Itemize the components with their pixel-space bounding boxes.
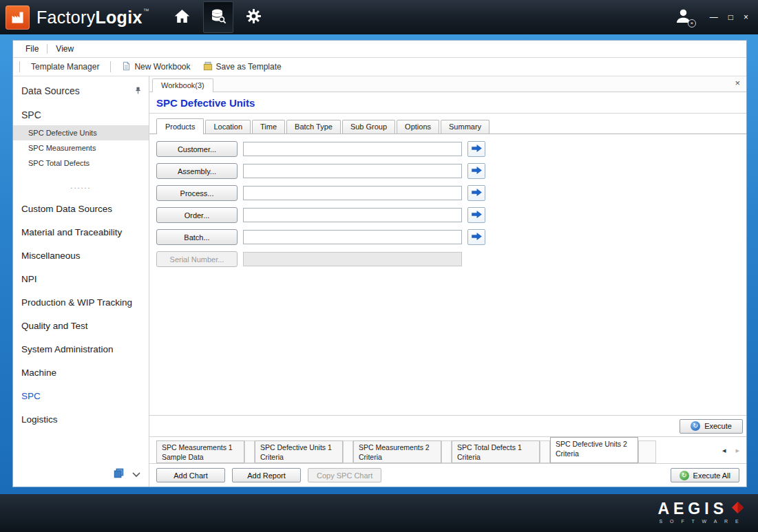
tab-sub-group[interactable]: Sub Group xyxy=(342,120,395,134)
close-button[interactable]: × xyxy=(744,13,748,21)
toolbar: Template Manager New Workbook xyxy=(13,58,746,76)
app-frame: File View Template Manager xyxy=(0,34,758,494)
bottom-tab-spc-defective-units-1[interactable]: SPC Defective Units 1 Criteria xyxy=(255,440,343,463)
sidebar-category-npi[interactable]: NPI xyxy=(13,267,149,290)
sidebar-category-miscellaneous[interactable]: Miscellaneous xyxy=(13,244,149,267)
application-window: FactoryLogix™ xyxy=(0,0,758,532)
workbook-panel: Workbook(3) × SPC Defective Units Produc… xyxy=(149,76,746,487)
tab-separator xyxy=(343,440,353,463)
template-manager-button[interactable]: Template Manager xyxy=(28,61,103,73)
stacked-windows-icon xyxy=(114,468,124,480)
bottom-tab-spc-measurements-2[interactable]: SPC Measurements 2 Criteria xyxy=(353,440,441,463)
execute-button[interactable]: ↻ Execute xyxy=(680,419,743,434)
action-row: Add Chart Add Report Copy SPC Chart ↻ Ex… xyxy=(149,463,746,487)
customer-input[interactable] xyxy=(243,142,462,156)
process-input[interactable] xyxy=(243,186,462,200)
collapse-categories-button[interactable] xyxy=(132,469,140,480)
menu-file[interactable]: File xyxy=(20,43,44,55)
batch-input[interactable] xyxy=(243,230,462,244)
sidebar-category-material-and-traceability[interactable]: Material and Traceability xyxy=(13,220,149,244)
new-workbook-button[interactable]: New Workbook xyxy=(118,60,193,74)
assembly-apply-button[interactable] xyxy=(467,163,485,179)
tab-batch-type[interactable]: Batch Type xyxy=(286,120,341,134)
sidebar-item-spc-defective-units[interactable]: SPC Defective Units xyxy=(13,125,149,140)
bottom-tab-spc-total-defects-1[interactable]: SPC Total Defects 1 Criteria xyxy=(452,440,540,463)
order-input[interactable] xyxy=(243,208,462,222)
tab-options[interactable]: Options xyxy=(397,120,439,134)
copy-spc-chart-button[interactable]: Copy SPC Chart xyxy=(308,468,381,482)
tab-scrollers: ◂ ▸ xyxy=(722,446,746,455)
bottom-tab-line1: SPC Measurements 1 xyxy=(162,443,239,453)
bottom-tab-spc-measurements-1[interactable]: SPC Measurements 1 Sample Data xyxy=(156,440,244,463)
sidebar-section-spc: SPC xyxy=(13,102,149,125)
sidebar-item-spc-total-defects[interactable]: SPC Total Defects xyxy=(13,156,149,171)
arrow-right-icon xyxy=(472,188,482,198)
serial-number-row: Serial Number... xyxy=(156,251,746,267)
sidebar-category-machine[interactable]: Machine xyxy=(13,361,149,384)
window-body: Data Sources SPC SPC Defective Units SPC… xyxy=(13,76,746,487)
maximize-button[interactable]: □ xyxy=(728,13,733,21)
content-spacer xyxy=(149,273,746,415)
order-apply-button[interactable] xyxy=(467,207,485,223)
execute-all-label: Execute All xyxy=(693,471,730,480)
sidebar-category-logistics[interactable]: Logistics xyxy=(13,407,149,431)
template-manager-label: Template Manager xyxy=(31,62,99,72)
save-as-template-label: Save as Template xyxy=(216,62,282,72)
customer-button[interactable]: Customer... xyxy=(156,141,238,157)
bottom-tab-line1: SPC Defective Units 2 xyxy=(556,440,633,449)
minimize-button[interactable]: — xyxy=(710,13,718,21)
batch-button[interactable]: Batch... xyxy=(156,229,238,245)
save-as-template-button[interactable]: Save as Template xyxy=(200,60,285,74)
execute-all-icon: ↻ xyxy=(680,471,689,480)
add-chart-button[interactable]: Add Chart xyxy=(156,468,225,482)
pin-panel-button[interactable] xyxy=(134,86,142,96)
assembly-input[interactable] xyxy=(243,164,462,178)
settings-button[interactable] xyxy=(239,1,269,33)
process-button[interactable]: Process... xyxy=(156,185,238,201)
sidebar-category-custom-data-sources[interactable]: Custom Data Sources xyxy=(13,197,149,220)
sidebar-item-spc-measurements[interactable]: SPC Measurements xyxy=(13,140,149,156)
bottom-tab-line2: Criteria xyxy=(556,449,633,459)
sidebar-category-quality-and-test[interactable]: Quality and Test xyxy=(13,314,149,337)
tab-products[interactable]: Products xyxy=(156,118,204,134)
assembly-row: Assembly... xyxy=(156,163,746,179)
batch-apply-button[interactable] xyxy=(467,229,485,245)
tab-scroll-left-icon[interactable]: ◂ xyxy=(722,446,726,455)
add-report-button[interactable]: Add Report xyxy=(232,468,301,482)
sidebar-splitter[interactable]: ...... xyxy=(13,171,149,197)
bottom-tab-strip: SPC Measurements 1 Sample Data SPC Defec… xyxy=(149,436,746,463)
sidebar-category-production-wip-tracking[interactable]: Production & WIP Tracking xyxy=(13,290,149,314)
panel-layout-button[interactable] xyxy=(114,468,124,480)
assembly-button[interactable]: Assembly... xyxy=(156,163,238,179)
order-row: Order... xyxy=(156,207,746,223)
order-button[interactable]: Order... xyxy=(156,207,238,223)
aegis-brand-text: AEGIS xyxy=(657,500,728,518)
toolbar-grip xyxy=(19,61,20,72)
execute-all-button[interactable]: ↻ Execute All xyxy=(671,468,739,482)
execute-label: Execute xyxy=(704,422,732,430)
sidebar-category-system-administration[interactable]: System Administration xyxy=(13,337,149,361)
customer-apply-button[interactable] xyxy=(467,141,485,157)
aegis-subtitle: S O F T W A R E xyxy=(657,519,744,524)
new-workbook-icon xyxy=(122,61,131,73)
titlebar-right: × — □ × xyxy=(673,6,758,28)
menu-view[interactable]: View xyxy=(50,43,79,55)
workbook-close-icon[interactable]: × xyxy=(735,78,740,88)
home-button[interactable] xyxy=(167,1,198,33)
data-sources-title: Data Sources xyxy=(21,85,80,96)
process-apply-button[interactable] xyxy=(467,185,485,201)
tab-location[interactable]: Location xyxy=(205,120,251,134)
workbook-tab[interactable]: Workbook(3) xyxy=(152,78,213,92)
bottom-tab-spc-defective-units-2[interactable]: SPC Defective Units 2 Criteria xyxy=(550,437,638,463)
bottom-tab-line2: Sample Data xyxy=(162,453,239,462)
serial-number-button[interactable]: Serial Number... xyxy=(156,251,238,267)
tab-stub xyxy=(638,440,656,463)
tab-summary[interactable]: Summary xyxy=(441,120,489,134)
user-button[interactable]: × xyxy=(673,6,695,28)
tab-scroll-right-icon[interactable]: ▸ xyxy=(735,446,739,455)
data-analysis-button[interactable] xyxy=(203,1,233,33)
tab-separator xyxy=(244,440,255,463)
tab-time[interactable]: Time xyxy=(252,120,285,134)
sidebar-category-spc[interactable]: SPC xyxy=(13,384,149,407)
batch-row: Batch... xyxy=(156,229,746,245)
